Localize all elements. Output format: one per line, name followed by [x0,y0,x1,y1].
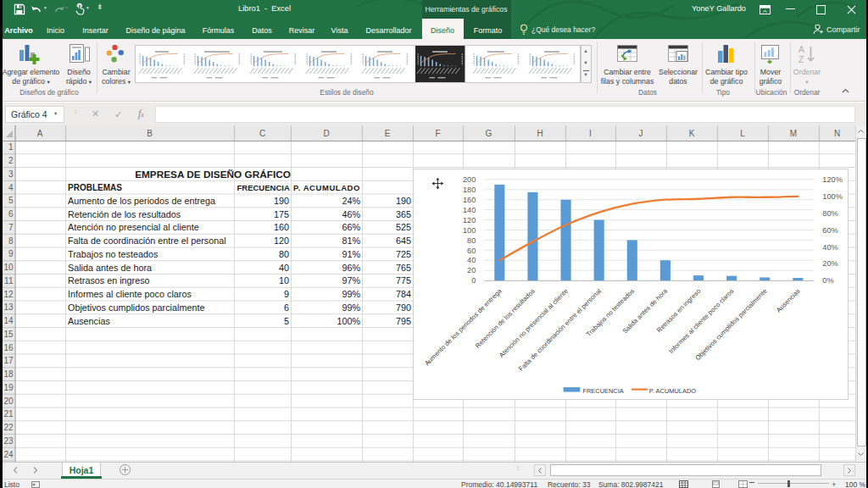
svg-text:Objetivos cumplidos parcialmen: Objetivos cumplidos parcialmente [693,287,768,362]
svg-text:J: J [639,129,643,138]
svg-text:40: 40 [467,256,476,264]
svg-text:5: 5 [8,196,14,205]
svg-text:G: G [486,129,492,138]
svg-text:Ausencias: Ausencias [775,287,802,314]
svg-text:Retrasos en ingreso: Retrasos en ingreso [68,275,150,286]
svg-text:10: 10 [3,263,14,272]
svg-text:M: M [790,129,797,138]
svg-text:6: 6 [284,302,289,313]
svg-text:Trabajos no testeados: Trabajos no testeados [68,249,159,259]
svg-text:15: 15 [3,330,14,339]
svg-text:20%: 20% [822,259,837,268]
svg-text:Ausencias: Ausencias [68,316,110,326]
svg-text:20: 20 [467,266,476,274]
svg-text:C: C [259,129,265,138]
svg-text:790: 790 [396,302,411,313]
svg-text:6: 6 [8,209,14,219]
svg-text:40%: 40% [822,243,837,252]
svg-text:784: 784 [396,289,411,299]
svg-text:725: 725 [396,249,411,259]
svg-text:N: N [834,129,840,138]
svg-text:Salida antes de hora: Salida antes de hora [68,263,152,273]
svg-text:775: 775 [396,275,411,286]
svg-text:46%: 46% [342,209,360,219]
svg-text:10: 10 [279,275,289,286]
svg-text:24: 24 [3,450,14,459]
svg-text:F: F [435,129,440,138]
svg-text:97%: 97% [342,275,360,286]
svg-text:14: 14 [3,316,14,325]
svg-text:80: 80 [467,236,476,245]
svg-text:100: 100 [463,226,476,235]
svg-text:175: 175 [274,209,289,219]
svg-text:H: H [537,129,542,138]
svg-text:P. ACUMULADO: P. ACUMULADO [649,387,696,395]
svg-text:Aumento de los periodos de ent: Aumento de los periodos de entrega [68,196,215,206]
svg-text:645: 645 [396,236,411,246]
svg-text:8: 8 [8,236,14,246]
svg-text:100%: 100% [337,316,360,326]
svg-text:19: 19 [3,383,14,392]
svg-text:23: 23 [3,436,14,446]
svg-text:A: A [37,129,43,138]
svg-text:17: 17 [3,356,14,365]
svg-text:795: 795 [396,316,411,326]
svg-text:190: 190 [274,196,289,206]
svg-text:2: 2 [8,156,14,165]
svg-text:91%: 91% [342,249,360,259]
svg-text:16: 16 [3,343,14,352]
svg-text:L: L [740,129,745,138]
svg-text:9: 9 [8,249,14,258]
svg-text:80%: 80% [822,209,837,218]
svg-text:180: 180 [463,186,476,194]
svg-text:Retención de los resultados: Retención de los resultados [474,287,537,350]
svg-text:66%: 66% [342,222,360,232]
svg-text:K: K [689,129,695,138]
svg-text:EMPRESA DE DISEÑO GRÁFICO: EMPRESA DE DISEÑO GRÁFICO [135,169,291,180]
svg-text:FRECUENCIA: FRECUENCIA [582,387,623,395]
svg-text:100%: 100% [822,192,843,201]
svg-text:525: 525 [396,222,411,232]
svg-text:FRECUENCIA: FRECUENCIA [237,183,290,192]
svg-text:Atención no presencial al clie: Atención no presencial al cliente [498,287,570,359]
svg-text:I: I [589,129,592,138]
svg-text:0: 0 [471,276,476,285]
svg-text:E: E [385,129,391,138]
svg-text:81%: 81% [342,236,360,246]
svg-text:11: 11 [4,276,14,286]
svg-text:40: 40 [279,263,289,273]
svg-text:5: 5 [284,316,289,326]
svg-text:120: 120 [463,216,476,225]
svg-text:Retención de los resultados: Retención de los resultados [68,209,181,219]
svg-text:365: 365 [396,209,411,219]
svg-text:200: 200 [463,175,476,184]
svg-text:160: 160 [463,196,476,204]
svg-text:22: 22 [3,423,14,432]
svg-text:4: 4 [8,183,14,192]
svg-text:9: 9 [284,289,289,299]
svg-text:12: 12 [3,290,14,299]
svg-text:60: 60 [467,247,476,255]
svg-text:Falta de coordinación entre el: Falta de coordinación entre el personal [68,236,226,246]
svg-text:765: 765 [396,263,411,273]
svg-text:3: 3 [8,169,14,179]
svg-text:99%: 99% [342,302,360,313]
svg-text:160: 160 [274,222,289,232]
svg-text:18: 18 [3,369,14,379]
svg-text:80: 80 [279,249,289,259]
svg-text:Atención no presencial al clie: Atención no presencial al cliente [68,222,199,232]
svg-text:21: 21 [3,409,14,419]
svg-text:0%: 0% [822,276,833,285]
svg-text:99%: 99% [342,289,360,299]
svg-text:96%: 96% [342,263,360,273]
svg-text:Objetivos cumplidos parcialmen: Objetivos cumplidos parcialmente [68,302,204,313]
svg-text:120%: 120% [822,175,843,184]
svg-text:D: D [323,129,329,138]
svg-text:1: 1 [8,142,14,152]
svg-text:120: 120 [274,236,289,246]
svg-text:PROBLEMAS: PROBLEMAS [68,183,122,192]
svg-text:Informes al cliente poco claro: Informes al cliente poco claros [667,287,735,355]
svg-text:20: 20 [3,396,14,406]
svg-text:13: 13 [3,302,14,312]
svg-text:P. ACUMULADO: P. ACUMULADO [293,183,360,192]
